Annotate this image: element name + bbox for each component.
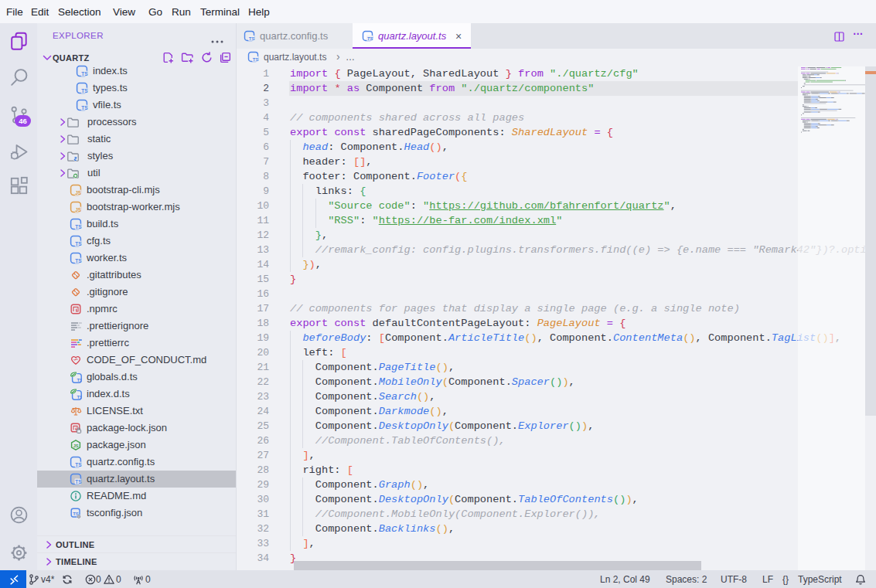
- svg-text:TS: TS: [81, 71, 88, 76]
- svg-text:TS: TS: [75, 479, 82, 484]
- svg-text:TS: TS: [75, 258, 82, 263]
- svg-text:JS: JS: [75, 190, 82, 195]
- svg-text:JS: JS: [75, 207, 82, 212]
- svg-text:TS: TS: [77, 378, 82, 382]
- svg-text:TS: TS: [81, 105, 88, 110]
- svg-text:TS: TS: [253, 57, 259, 62]
- svg-text:TS: TS: [81, 88, 88, 93]
- svg-text:TS: TS: [75, 241, 82, 246]
- svg-text:TS: TS: [249, 36, 255, 41]
- svg-text:TS: TS: [367, 36, 373, 41]
- svg-text:TS: TS: [75, 462, 82, 467]
- svg-text:TS: TS: [75, 224, 82, 229]
- svg-text:JS: JS: [73, 444, 79, 448]
- svg-text:TS: TS: [77, 395, 82, 399]
